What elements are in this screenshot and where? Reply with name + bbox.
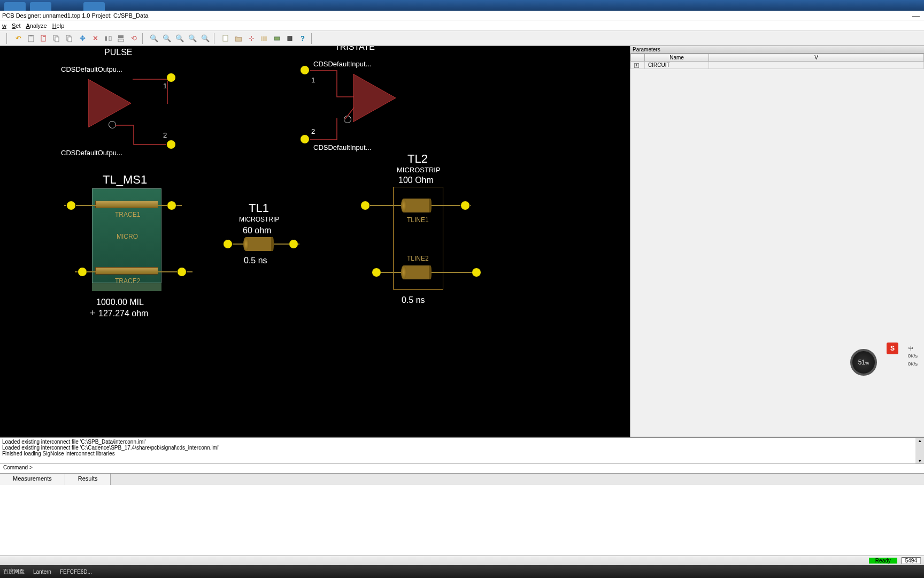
chip-button[interactable] <box>284 33 295 44</box>
zoom-select-button[interactable]: 🔍 <box>200 33 211 44</box>
tl2-pin-br[interactable] <box>472 268 481 277</box>
bottom-tabs: Measurements Results <box>0 473 924 485</box>
taskbar-item[interactable]: 百度网盘 <box>3 568 25 575</box>
svg-rect-16 <box>274 37 280 40</box>
tl2-tline2: TLINE2 <box>407 255 429 262</box>
tool-1-button[interactable]: ⊹ <box>246 33 257 44</box>
menu-analyze[interactable]: Analyze <box>26 22 47 29</box>
tl1-pin-l[interactable] <box>223 239 233 249</box>
ime-badge[interactable]: S <box>887 343 898 354</box>
windows-taskbar[interactable]: 百度网盘 Lantern FEFCFE6D... <box>0 565 924 578</box>
tristate-wires <box>305 67 390 142</box>
minimize-button[interactable]: — <box>912 11 920 20</box>
col-value[interactable]: V <box>709 54 924 62</box>
tl-ms1-name: TL_MS1 <box>103 173 147 187</box>
command-input[interactable]: Command > <box>0 463 924 473</box>
tl-ms1-trace1-bar <box>95 201 158 208</box>
tl2-pin-tl[interactable] <box>360 201 370 210</box>
log-line: Loaded existing interconnect file 'C:\SP… <box>2 439 922 445</box>
scroll-down-icon[interactable]: ▾ <box>915 458 924 463</box>
move-button[interactable]: ✥ <box>77 33 88 44</box>
menu-view[interactable]: w <box>2 22 6 29</box>
pulse-pin1-num: 1 <box>163 82 167 90</box>
tl-ms1-impedance: 127.274 ohm <box>98 309 148 318</box>
mirror-h-button[interactable] <box>103 33 113 44</box>
tristate-pin2[interactable] <box>300 134 310 144</box>
rotate-button[interactable]: ⟲ <box>128 33 139 44</box>
tl2-pin-bl[interactable] <box>372 268 381 277</box>
window-title: PCB Designer: unnamed1.top 1.0 Project: … <box>2 12 148 19</box>
tl1-delay: 0.5 ns <box>244 256 267 265</box>
col-name[interactable]: Name <box>645 54 709 62</box>
paste-button[interactable] <box>26 33 36 44</box>
performance-gauge[interactable]: 51% <box>850 349 877 376</box>
tl1-pin-r[interactable] <box>289 239 298 249</box>
menu-set[interactable]: Set <box>12 22 21 29</box>
tl-ms1-pin-bl[interactable] <box>78 267 87 277</box>
svg-rect-9 <box>109 36 111 41</box>
bg-app-tab[interactable] <box>4 2 26 11</box>
clone-button[interactable] <box>64 33 75 44</box>
component-button[interactable] <box>272 33 282 44</box>
parameters-table[interactable]: Name V + CIRCUIT <box>630 54 924 69</box>
zoom-fit-button[interactable]: 🔍 <box>149 33 159 44</box>
zoom-in-button[interactable]: 🔍 <box>161 33 172 44</box>
ime-lang[interactable]: 中 <box>908 345 913 352</box>
tl-ms1-pin-br[interactable] <box>177 267 187 277</box>
tl1-tline-icon[interactable] <box>243 237 274 251</box>
copy-button[interactable] <box>51 33 62 44</box>
scrollbar[interactable]: ▴▾ <box>915 438 924 463</box>
tl1-impedance: 60 ohm <box>243 226 271 235</box>
tl2-delay: 0.5 ns <box>402 295 425 305</box>
mirror-v-button[interactable] <box>116 33 126 44</box>
library-button[interactable] <box>259 33 270 44</box>
pulse-pin1[interactable] <box>166 73 176 82</box>
zoom-out-button[interactable]: 🔍 <box>174 33 185 44</box>
log-line: Finished loading SigNoise interconnect l… <box>2 451 922 457</box>
tl-ms1-pin-tr[interactable] <box>167 201 176 210</box>
svg-rect-11 <box>118 39 124 42</box>
scroll-up-icon[interactable]: ▴ <box>915 438 924 443</box>
tab-results[interactable]: Results <box>65 474 111 485</box>
delete-button[interactable]: ✕ <box>90 33 101 44</box>
open-button[interactable] <box>233 33 244 44</box>
svg-rect-15 <box>265 36 267 41</box>
svg-rect-8 <box>105 36 107 41</box>
svg-rect-3 <box>43 36 45 37</box>
file-button[interactable] <box>38 33 49 44</box>
undo-button[interactable]: ↶ <box>13 33 24 44</box>
new-button[interactable] <box>220 33 231 44</box>
bg-app-tab[interactable] <box>30 2 51 11</box>
toolbar: ↶ ✥ ✕ ⟲ 🔍 🔍 🔍 🔍 🔍 ⊹ ? <box>0 31 924 46</box>
tl2-tline1: TLINE1 <box>407 216 429 224</box>
param-name: CIRCUIT <box>645 62 709 69</box>
tristate-pin1[interactable] <box>300 65 310 75</box>
tl-ms1-pin-tl[interactable] <box>66 201 76 210</box>
pulse-wires <box>88 77 174 147</box>
taskbar-item[interactable]: FEFCFE6D... <box>60 569 92 575</box>
bg-app-tab[interactable] <box>83 2 105 11</box>
tl2-tline1-icon[interactable] <box>401 199 432 212</box>
pulse-pin2[interactable] <box>166 140 176 149</box>
menu-help[interactable]: Help <box>52 22 65 29</box>
svg-rect-10 <box>118 35 124 38</box>
svg-rect-17 <box>288 36 292 41</box>
tab-measurements[interactable]: Measurements <box>0 474 65 485</box>
schematic-canvas[interactable]: PULSE CDSDefaultOutpu... 1 2 CDSDefaultO… <box>0 46 630 437</box>
status-ready: Ready <box>869 558 897 564</box>
expand-icon[interactable]: + <box>634 63 639 68</box>
pulse-pin2-num: 2 <box>163 131 167 139</box>
help-button[interactable]: ? <box>297 33 308 44</box>
table-row[interactable]: + CIRCUIT <box>631 62 924 69</box>
parameters-header: Parameters <box>630 46 924 54</box>
svg-rect-5 <box>55 37 59 42</box>
svg-rect-1 <box>29 35 33 36</box>
zoom-prev-button[interactable]: 🔍 <box>187 33 198 44</box>
tl2-pin-tr[interactable] <box>460 201 470 210</box>
tristate-bottom-label: CDSDefaultInput... <box>313 143 371 151</box>
tl2-tline2-icon[interactable] <box>401 265 432 279</box>
tl-ms1-wire <box>75 271 192 272</box>
taskbar-item[interactable]: Lantern <box>33 569 51 575</box>
tl-ms1-wire <box>64 205 182 206</box>
tl2-type: MICROSTRIP <box>397 166 441 174</box>
